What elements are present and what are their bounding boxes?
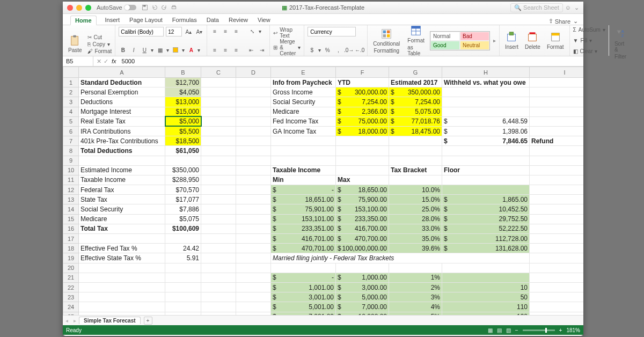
cell-G3[interactable]: $7,254.00	[389, 97, 442, 107]
cell-G5[interactable]: $77,018.76	[389, 116, 442, 126]
formula-input[interactable]: 5000	[120, 58, 583, 64]
copy-button[interactable]: ⎘Copy▾	[87, 41, 112, 47]
cell-F6[interactable]: $18,000.00	[336, 126, 389, 136]
cell-I23[interactable]	[530, 292, 584, 302]
font-color-button[interactable]: A	[187, 46, 195, 54]
cell-D2[interactable]	[236, 87, 271, 97]
cell-D21[interactable]	[236, 273, 271, 282]
cell-E24[interactable]: $5,001.00	[271, 302, 336, 312]
sheet-tab-active[interactable]: Simple Tax Forecast	[79, 317, 141, 324]
cell-E13[interactable]: $18,651.00	[271, 195, 336, 204]
align-middle-icon[interactable]: ≡	[221, 27, 230, 35]
cell-A8[interactable]: Total Deductions	[79, 146, 165, 156]
cell-G18[interactable]: 39.6%	[389, 244, 442, 253]
cell-E4[interactable]: Medicare	[271, 107, 336, 116]
cell-D19[interactable]	[236, 253, 271, 263]
cell-C18[interactable]	[201, 244, 236, 253]
cell-E6[interactable]: GA Income Tax	[271, 126, 336, 136]
cell-H4[interactable]	[442, 107, 530, 116]
window-minimize[interactable]	[76, 5, 82, 11]
cell-H6[interactable]: $1,398.06	[442, 126, 530, 136]
cell-A9[interactable]	[79, 156, 165, 165]
cell-B18[interactable]: 24.42	[165, 244, 201, 253]
cell-D23[interactable]	[236, 292, 271, 302]
col-header-E[interactable]: E	[271, 67, 336, 78]
cell-F3[interactable]: $7,254.00	[336, 97, 389, 107]
fx-icon[interactable]: fx	[112, 58, 116, 64]
cell-C1[interactable]	[201, 78, 236, 87]
row-header-23[interactable]: 23	[63, 292, 79, 302]
cell-E22[interactable]: $1,001.00	[271, 282, 336, 292]
decrease-font-icon[interactable]: A▾	[195, 27, 203, 36]
cell-E8[interactable]	[271, 146, 336, 156]
cell-F4[interactable]: $2,366.00	[336, 107, 389, 116]
cell-D13[interactable]	[236, 195, 271, 204]
row-header-4[interactable]: 4	[63, 107, 79, 116]
row-header-19[interactable]: 19	[63, 253, 79, 263]
cell-E21[interactable]: $-	[271, 273, 336, 282]
cell-I19[interactable]	[530, 253, 584, 263]
cell-G6[interactable]: $18,475.00	[389, 126, 442, 136]
cell-G10[interactable]: Tax Bracket	[389, 165, 442, 175]
row-header-9[interactable]: 9	[63, 156, 79, 165]
cell-C23[interactable]	[201, 292, 236, 302]
cell-F9[interactable]	[336, 156, 389, 165]
format-as-table-button[interactable]: Formatas Table	[405, 24, 427, 57]
merge-center-button[interactable]: ⊞Merge & Center▾	[273, 39, 301, 56]
row-header-14[interactable]: 14	[63, 204, 79, 214]
cell-E9[interactable]	[271, 156, 336, 165]
cell-D5[interactable]	[236, 116, 271, 126]
align-bottom-icon[interactable]: ≡	[232, 27, 240, 35]
cell-I7[interactable]: Refund	[530, 136, 584, 146]
cell-F2[interactable]: $300,000.00	[336, 87, 389, 97]
cell-C7[interactable]	[201, 136, 236, 146]
cell-I1[interactable]	[530, 78, 584, 87]
col-header-F[interactable]: F	[336, 67, 389, 78]
cell-D4[interactable]	[236, 107, 271, 116]
cell-B4[interactable]: $15,000	[165, 107, 201, 116]
sort-filter-button[interactable]: AZ Sort &Filter	[612, 27, 628, 61]
cell-F20[interactable]	[336, 263, 389, 273]
cell-H21[interactable]	[442, 273, 530, 282]
bold-button[interactable]: B	[119, 46, 127, 54]
cell-C22[interactable]	[201, 282, 236, 292]
col-header-H[interactable]: H	[442, 67, 530, 78]
cell-F13[interactable]: $75,900.00	[336, 195, 389, 204]
row-header-1[interactable]: 1	[63, 78, 79, 87]
currency-button[interactable]: $	[308, 46, 316, 54]
row-header-7[interactable]: 7	[63, 136, 79, 146]
cell-F14[interactable]: $153,100.00	[336, 204, 389, 214]
cell-D7[interactable]	[236, 136, 271, 146]
cell-B13[interactable]: $17,077	[165, 195, 201, 204]
cell-B25[interactable]	[165, 312, 201, 315]
cell-I15[interactable]	[530, 214, 584, 224]
cell-C11[interactable]	[201, 175, 236, 185]
tab-page-layout[interactable]: Page Layout	[128, 15, 164, 25]
cut-button[interactable]: ✂Cut	[87, 34, 112, 40]
page-break-view-icon[interactable]: ▧	[506, 327, 511, 333]
percent-button[interactable]: %	[323, 46, 332, 54]
cell-G9[interactable]	[389, 156, 442, 165]
cell-A3[interactable]: Deductions	[79, 97, 165, 107]
cell-D6[interactable]	[236, 126, 271, 136]
cell-B20[interactable]	[165, 263, 201, 273]
row-header-24[interactable]: 24	[63, 302, 79, 312]
cell-C10[interactable]	[201, 165, 236, 175]
cell-C16[interactable]	[201, 224, 236, 233]
cell-E25[interactable]: $7,001.00	[271, 312, 336, 315]
cell-C19[interactable]	[201, 253, 236, 263]
row-header-6[interactable]: 6	[63, 126, 79, 136]
share-button[interactable]: ⇪Share⌄	[548, 18, 578, 25]
cell-F8[interactable]	[336, 146, 389, 156]
cell-I4[interactable]	[530, 107, 584, 116]
feedback-icon[interactable]: ☺	[565, 4, 571, 11]
cell-F21[interactable]: $1,000.00	[336, 273, 389, 282]
cell-E7[interactable]	[271, 136, 336, 146]
cell-H14[interactable]: $10,452.50	[442, 204, 530, 214]
cell-E10[interactable]: Taxable Income	[271, 165, 336, 175]
increase-decimal-icon[interactable]: .0→	[345, 46, 353, 54]
row-header-18[interactable]: 18	[63, 244, 79, 253]
tab-home[interactable]: Home	[70, 16, 97, 25]
cell-E19[interactable]: Married filing jointly - Federal Tax Bra…	[271, 253, 530, 263]
cell-F7[interactable]	[336, 136, 389, 146]
